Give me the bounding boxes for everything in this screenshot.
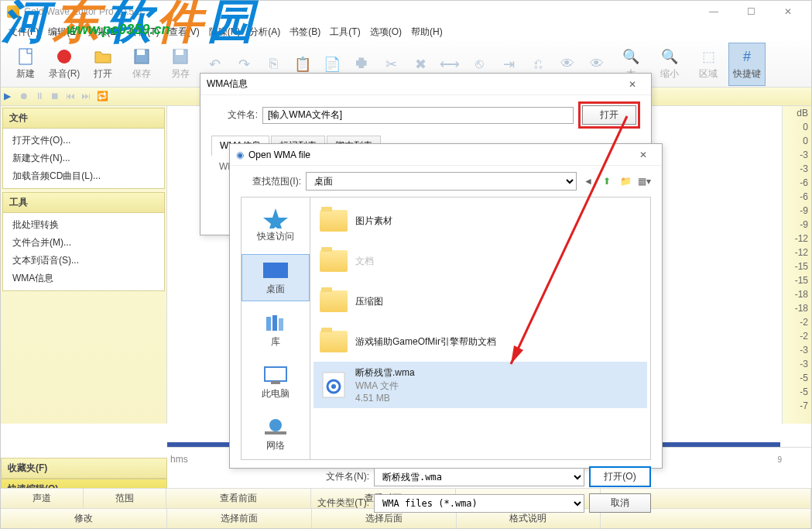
tool-saveas[interactable]: 另存 [162,43,199,86]
wma-fname-input[interactable] [262,107,574,124]
open-button[interactable]: 打开(O) [589,466,651,487]
newfolder-icon[interactable]: 📁 [618,174,632,188]
stop-icon[interactable]: ⏹ [50,91,63,103]
svg-rect-10 [279,318,283,331]
wma-file-icon: ◉ [236,149,244,160]
menu-noise[interactable]: 降噪(N) [204,26,245,39]
open-dialog-close[interactable]: ✕ [631,147,656,163]
sidebar: 文件 打开文件(O)... 新建文件(N)... 加载音频CD曲目(L)... … [1,106,167,424]
back-icon[interactable]: ◄ [581,174,595,188]
svg-point-17 [331,384,336,389]
pause-icon[interactable]: ⏸ [35,91,47,103]
places-bar: 快速访问 桌面 库 此电脑 网络 [241,197,310,460]
fname-input[interactable]: 断桥残雪.wma [374,468,584,486]
tool-zoomout[interactable]: 🔍缩小 [651,43,688,86]
tool-record[interactable]: 录音(R) [46,43,83,86]
tab-sel-front[interactable]: 选择前面 [167,509,312,528]
svg-point-1 [57,50,71,64]
range-select[interactable]: 桌面 [306,172,577,191]
tool-shortcut[interactable]: #快捷键 [728,43,766,86]
tab-modify[interactable]: 修改 [1,509,167,528]
menu-help[interactable]: 帮助(H) [406,26,447,39]
prev-icon[interactable]: ⏮ [66,91,78,103]
tool-new[interactable]: 新建 [7,43,44,86]
place-quick[interactable]: 快速访问 [242,202,310,248]
svg-rect-7 [263,263,288,278]
place-network[interactable]: 网络 [242,411,310,457]
mix-icon: 🞦 [352,55,371,74]
region-icon: ⬚ [699,47,718,66]
zoomin-icon: 🔍 [622,47,640,66]
sidebar-open-file[interactable]: 打开文件(O)... [3,132,164,149]
maximize-button[interactable]: ☐ [734,4,768,19]
folder-icon [320,290,348,312]
sidebar-tts[interactable]: 文本到语音(S)... [3,252,164,270]
tool-region[interactable]: ⬚区域 [690,43,727,86]
sidebar-tool-header[interactable]: 工具 [2,192,165,213]
up-icon[interactable]: ⬆ [600,174,614,188]
library-icon [262,312,290,334]
loop-icon[interactable]: 🔁 [97,91,109,103]
range-label: 查找范围(I): [241,175,301,188]
minimize-button[interactable]: — [697,4,731,19]
sidebar-file-header[interactable]: 文件 [2,108,165,129]
cancel-button[interactable]: 取消 [589,493,651,513]
tab-channel[interactable]: 声道 [1,489,84,508]
svg-rect-12 [271,381,280,384]
open-file-dialog: ◉Open WMA file ✕ 查找范围(I): 桌面 ◄ ⬆ 📁 ▦▾ 快速… [229,143,663,469]
open-dialog-title: Open WMA file [248,149,310,160]
tab-range[interactable]: 范围 [84,489,166,508]
play-icon[interactable]: ▶ [4,91,16,103]
star-icon [262,207,290,228]
file-item-2[interactable]: 压缩图 [313,281,647,321]
svg-rect-5 [176,50,183,55]
next-icon[interactable]: ⏭ [81,91,94,103]
wma-open-button[interactable]: 打开 [582,105,636,125]
svg-rect-3 [137,50,145,55]
menu-analyze[interactable]: 分析(A) [245,26,285,39]
save-icon [132,47,151,66]
svg-point-13 [269,419,282,431]
wma-dialog-close[interactable]: ✕ [620,77,645,92]
place-pc[interactable]: 此电脑 [242,359,310,405]
menu-view[interactable]: 查看(V) [164,26,204,39]
sidebar-merge[interactable]: 文件合并(M)... [3,234,164,252]
svg-rect-0 [19,49,32,64]
file-item-1[interactable]: 文档 [313,241,647,281]
file-item-0[interactable]: 图片素材 [313,201,647,241]
file-item-wma[interactable]: 断桥残雪.wmaWMA 文件4.51 MB [313,362,647,408]
menu-file[interactable]: 文件(F) [4,26,43,39]
copy-icon: ⎘ [264,55,283,74]
sidebar-fav-header[interactable]: 收藏夹(F) [1,458,167,479]
place-library[interactable]: 库 [242,307,310,353]
folder-icon [320,210,348,232]
tool-open[interactable]: 打开 [84,43,122,86]
svg-marker-6 [263,208,288,228]
fname-label: 文件名(N): [315,470,369,483]
sidebar-wma-info[interactable]: WMA信息 [3,270,164,287]
tab-view-front[interactable]: 查看前面 [166,489,311,508]
place-desktop[interactable]: 桌面 [242,254,310,301]
views-icon[interactable]: ▦▾ [637,174,651,188]
sidebar-batch[interactable]: 批处理转换 [3,216,164,234]
sidebar-new-file[interactable]: 新建文件(N)... [3,149,164,167]
folder-icon [320,331,348,352]
saveas-icon [171,47,190,66]
ftype-select[interactable]: WMA files (*.wma) [374,494,584,513]
cut-icon: ✂ [382,55,400,74]
menu-options[interactable]: 选项(O) [365,26,406,39]
file-item-3[interactable]: 游戏辅助GameOfMir引擎帮助文档 [313,321,647,362]
menu-bookmark[interactable]: 书签(B) [285,26,325,39]
pc-icon [262,364,290,386]
new-icon [16,47,35,66]
app-title: Gold Wave Editor Pro 10.5.5 [24,6,142,17]
sidebar-load-cd[interactable]: 加载音频CD曲目(L)... [3,167,164,185]
ftype-label: 文件类型(T): [315,496,369,510]
record-mini-icon[interactable]: ⏺ [19,91,32,103]
shortcut-icon: # [738,47,756,66]
menu-tools[interactable]: 工具(T) [325,26,365,39]
tool-save[interactable]: 保存 [123,43,160,86]
file-list[interactable]: 图片素材 文档 压缩图 游戏辅助GameOfMir引擎帮助文档 断桥残雪.wma… [310,197,651,460]
paste-icon: 📋 [293,55,312,74]
close-button[interactable]: ✕ [771,4,805,19]
